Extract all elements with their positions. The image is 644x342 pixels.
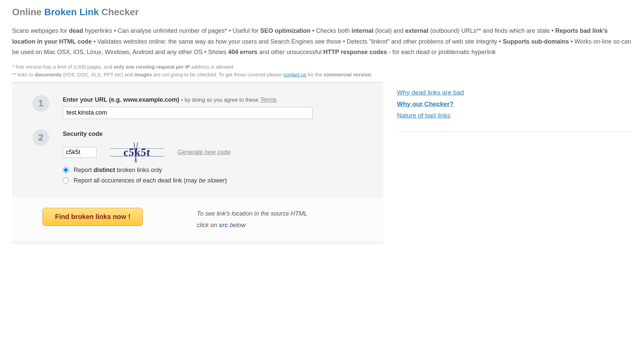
generate-new-code-link[interactable]: Generate new code <box>178 149 231 156</box>
radio-distinct-links[interactable]: Report distinct broken links only <box>63 167 363 174</box>
sidebar-link-why-checker[interactable]: Why our Checker? <box>397 100 632 108</box>
form-panel: 1 Enter your URL (e.g. www.example.com) … <box>12 82 383 244</box>
radio-all-input[interactable] <box>63 177 69 184</box>
step-number-2: 2 <box>32 129 49 146</box>
src-hint: To see link's location in the source HTM… <box>197 208 307 231</box>
step-1: 1 Enter your URL (e.g. www.example.com) … <box>32 95 363 119</box>
step-2: 2 Security code c5k5t Generate new code … <box>32 129 363 188</box>
footnote-1: * free version has a limit of 3,000 page… <box>12 64 632 70</box>
title-part-3: Checker <box>99 7 139 17</box>
security-code-label: Security code <box>63 130 363 138</box>
step-number-1: 1 <box>32 95 49 112</box>
url-input[interactable] <box>63 107 313 119</box>
submit-row: Find broken links now ! To see link's lo… <box>12 198 383 241</box>
sidebar: Why dead links are bad Why our Checker? … <box>397 82 632 244</box>
captcha-image: c5k5t <box>110 142 164 163</box>
find-broken-links-button[interactable]: Find broken links now ! <box>43 208 143 226</box>
title-part-1: Online <box>12 7 44 17</box>
terms-link[interactable]: Terms <box>260 96 276 103</box>
url-label: Enter your URL (e.g. www.example.com) - … <box>63 96 363 103</box>
footnote-2: ** links to documents (PDF, DOC, XLS, PP… <box>12 72 632 77</box>
title-part-highlight: Broken Link <box>44 7 99 17</box>
radio-distinct-input[interactable] <box>63 167 69 173</box>
contact-us-link[interactable]: contact us <box>283 72 306 77</box>
security-code-input[interactable] <box>63 147 97 158</box>
sidebar-link-why-bad[interactable]: Why dead links are bad <box>397 89 632 96</box>
report-options: Report distinct broken links only Report… <box>63 167 363 184</box>
sidebar-links: Why dead links are bad Why our Checker? … <box>397 89 632 132</box>
description-paragraph: Scans webpages for dead hyperlinks • Can… <box>12 26 632 58</box>
radio-all-occurrences[interactable]: Report all occurrences of each dead link… <box>63 177 363 184</box>
page-title: Online Broken Link Checker <box>12 7 632 18</box>
sidebar-link-nature[interactable]: Nature of bad links <box>397 112 632 119</box>
